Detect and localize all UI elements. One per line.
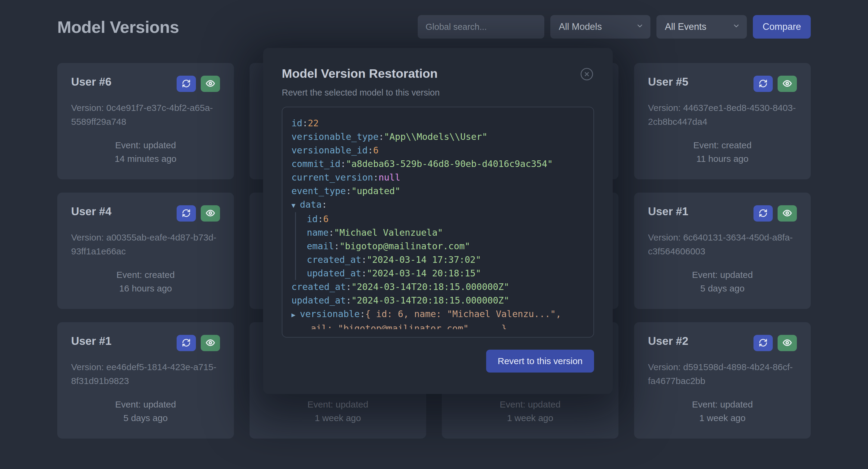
card-event-type: Event: created: [648, 138, 797, 152]
code-token-p: :: [341, 159, 346, 169]
card-event: Event: updated1 week ago: [648, 398, 797, 426]
code-token-n: 6: [323, 214, 329, 224]
card-version: Version: 44637ee1-8ed8-4530-8403-2cb8bc4…: [648, 101, 797, 129]
event-filter-select[interactable]: All Events: [656, 15, 747, 39]
modal-title: Model Version Restoration: [282, 67, 438, 81]
restore-version-button[interactable]: [753, 335, 773, 351]
view-version-button[interactable]: [201, 205, 220, 222]
version-card: User #1Version: ee46def5-1814-423e-a715-…: [57, 322, 234, 439]
code-token-k: name: [307, 227, 329, 238]
card-actions: [753, 205, 797, 222]
chevron-down-icon: [733, 22, 740, 32]
card-header: User #5: [648, 76, 797, 92]
modal-header: Model Version Restoration: [282, 67, 594, 82]
restore-version-button[interactable]: [177, 335, 196, 351]
code-token-k: created_at: [307, 254, 361, 265]
model-filter-select[interactable]: All Models: [550, 15, 650, 39]
card-header: User #1: [648, 205, 797, 222]
code-line: versionable_type:"App\\Models\\User": [291, 130, 583, 144]
code-line[interactable]: ▼data:: [291, 198, 583, 212]
card-header: User #1: [71, 335, 220, 351]
code-token-p: :: [321, 199, 327, 210]
card-event-time: 5 days ago: [71, 411, 220, 425]
card-header: User #6: [71, 76, 220, 92]
code-nested-block: id:6name:"Michael Valenzuela"email:"bigo…: [295, 212, 583, 280]
code-token-k: created_at: [291, 282, 346, 292]
card-event-type: Event: updated: [264, 398, 412, 411]
code-token-p: :: [373, 172, 378, 183]
card-event-type: Event: created: [71, 268, 220, 282]
code-token-k: versionable: [300, 309, 360, 319]
modal-footer: Revert to this version: [282, 350, 594, 373]
restore-modal: Model Version Restoration Revert the sel…: [263, 48, 613, 394]
collapse-triangle-icon[interactable]: ▼: [291, 199, 300, 212]
code-token-s: "2024-03-14T20:18:15.000000Z": [351, 282, 509, 292]
code-token-p: :: [318, 214, 323, 224]
card-event-time: 11 hours ago: [648, 152, 797, 165]
code-token-k: updated_at: [307, 268, 361, 279]
restore-version-button[interactable]: [753, 76, 773, 92]
view-version-button[interactable]: [201, 76, 220, 92]
eye-icon: [782, 208, 792, 219]
code-token-k: updated_at: [291, 295, 346, 306]
code-token-k: id: [291, 118, 302, 128]
revert-button[interactable]: Revert to this version: [486, 350, 594, 373]
restore-version-button[interactable]: [177, 205, 196, 222]
view-version-button[interactable]: [778, 76, 797, 92]
code-token-p: :: [334, 241, 339, 251]
eye-icon: [206, 208, 215, 219]
card-event: Event: updated1 week ago: [456, 398, 604, 426]
restore-version-button[interactable]: [177, 76, 196, 92]
code-line: commit_id:"a8deba63-529b-46d8-90eb-d4016…: [291, 157, 583, 170]
card-actions: [177, 76, 220, 92]
code-token-s: "Michael Valenzuela": [334, 227, 443, 238]
code-token-n: 6: [373, 145, 378, 156]
compare-button[interactable]: Compare: [753, 15, 811, 39]
code-block[interactable]: id:22versionable_type:"App\\Models\\User…: [282, 107, 594, 338]
code-token-p: :: [361, 268, 367, 279]
code-token-k: email: [307, 241, 334, 251]
code-token-k: id: [307, 214, 318, 224]
card-event-type: Event: updated: [456, 398, 604, 411]
model-filter-value: All Models: [559, 22, 602, 32]
eye-icon: [206, 338, 215, 348]
card-title: User #6: [71, 76, 112, 88]
code-token-p: :: [378, 131, 384, 142]
global-search-input[interactable]: [418, 15, 544, 39]
card-event: Event: updated5 days ago: [71, 398, 220, 426]
view-version-button[interactable]: [778, 335, 797, 351]
card-version: Version: 0c4e91f7-e37c-4bf2-a65a-5589ff2…: [71, 101, 220, 129]
code-token-s: "2024-03-14 17:37:02": [367, 254, 481, 265]
code-token-s: "2024-03-14 20:18:15": [367, 268, 481, 279]
eye-icon: [782, 338, 792, 348]
card-event-type: Event: updated: [71, 138, 220, 152]
code-line: id:22: [291, 116, 583, 130]
page-title: Model Versions: [57, 17, 179, 37]
card-version: Version: a00355ab-eafe-4d87-b73d-93ff1a1…: [71, 230, 220, 258]
expand-triangle-icon[interactable]: ▶: [291, 308, 300, 322]
code-token-p: :: [302, 118, 308, 128]
card-header: User #4: [71, 205, 220, 222]
card-event-time: 1 week ago: [648, 411, 797, 425]
restore-version-button[interactable]: [753, 205, 773, 222]
close-button[interactable]: [580, 67, 594, 82]
view-version-button[interactable]: [201, 335, 220, 351]
code-token-s: "bigotop@mailinator.com": [339, 241, 470, 251]
code-line[interactable]: ▶versionable:{ id: 6, name: "Michael Val…: [291, 307, 583, 322]
card-event-time: 16 hours ago: [71, 282, 220, 295]
view-version-button[interactable]: [778, 205, 797, 222]
code-token-k: commit_id: [291, 159, 341, 169]
code-line: created_at:"2024-03-14 17:37:02": [307, 253, 583, 267]
card-event-time: 14 minutes ago: [71, 152, 220, 165]
card-actions: [753, 335, 797, 351]
card-version: Version: 6c640131-3634-450d-a8fa-c3f5646…: [648, 230, 797, 258]
code-line: id:6: [307, 212, 583, 226]
code-token-pv: ail: "bigotop@mailinator.com", ... }: [311, 323, 507, 329]
code-line: updated_at:"2024-03-14 20:18:15": [307, 267, 583, 280]
code-line: email:"bigotop@mailinator.com": [307, 239, 583, 253]
card-title: User #5: [648, 76, 688, 88]
card-actions: [177, 335, 220, 351]
chevron-down-icon: [636, 22, 644, 32]
page-header: Model Versions All Models All Events Com…: [0, 0, 868, 39]
version-card: User #1Version: 6c640131-3634-450d-a8fa-…: [634, 193, 811, 309]
